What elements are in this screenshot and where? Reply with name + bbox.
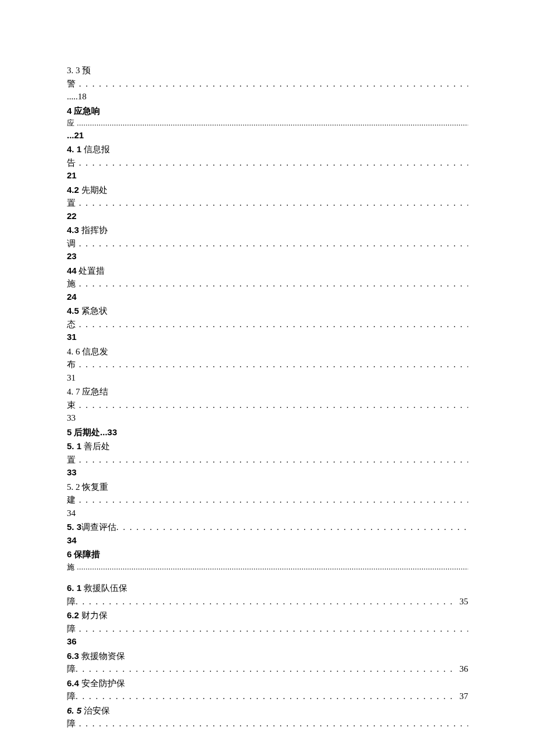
toc-entry-header: 6 保障措 — [67, 548, 468, 561]
toc-entry-header: 6. 5 治安保 — [67, 704, 468, 718]
toc-entry-header: 6.2 财力保 — [67, 609, 468, 622]
toc-title-tail: 应 — [67, 119, 75, 127]
toc-page-number: 35 — [457, 595, 468, 608]
toc-entry: 6. 5 治安保障 . . . . . . . . . . . . . . . … — [67, 704, 468, 730]
toc-page-number: 24 — [67, 291, 468, 304]
toc-title-tail: 施 — [67, 562, 75, 571]
toc-title-tail: 障 — [67, 719, 76, 728]
toc-title-tail: 建 — [67, 495, 76, 504]
toc-entry: 3. 3 预警 . . . . . . . . . . . . . . . . … — [67, 64, 468, 103]
toc-title: 财力保 — [81, 611, 108, 620]
toc-title: 调查评估 — [81, 521, 116, 534]
toc-page: 3. 3 预警 . . . . . . . . . . . . . . . . … — [0, 0, 535, 756]
toc-leader-line: 障 . . . . . . . . . . . . . . . . . . . … — [67, 690, 468, 703]
toc-title: 保障措 — [74, 549, 100, 559]
toc-leader-dots: . . . . . . . . . . . . . . . . . . . . … — [76, 455, 468, 464]
toc-leader-line: 置 . . . . . . . . . . . . . . . . . . . … — [67, 196, 468, 210]
toc-leader-dots: . . . . . . . . . . . . . . . . . . . . … — [76, 158, 468, 167]
toc-leader-line: 布 . . . . . . . . . . . . . . . . . . . … — [67, 358, 468, 371]
toc-entry: 5 后期处...33 — [67, 426, 468, 439]
toc-entry-header: 6.4 安全防护保 — [67, 677, 468, 690]
toc-title-tail: 障 — [67, 595, 76, 608]
toc-number: 6 — [67, 549, 72, 559]
toc-entry: 6 保障措施 .................................… — [67, 548, 468, 581]
toc-leader-dots: . . . . . . . . . . . . . . . . . . . . … — [76, 279, 468, 288]
toc-leader-line: 应 ......................................… — [67, 117, 468, 129]
toc-number: 4. 7 — [67, 387, 80, 396]
toc-entry: 6.2 财力保障 . . . . . . . . . . . . . . . .… — [67, 609, 468, 648]
toc-leader-dots: . . . . . . . . . . . . . . . . . . . . … — [76, 79, 468, 88]
toc-page-number: 22 — [67, 210, 468, 223]
toc-number: 4.3 — [67, 225, 79, 235]
toc-entry: 4. 6 信息发布 . . . . . . . . . . . . . . . … — [67, 345, 468, 385]
toc-title-tail: 告 — [67, 158, 76, 167]
toc-number: 5. 1 — [67, 441, 81, 451]
toc-leader-line: 置 . . . . . . . . . . . . . . . . . . . … — [67, 453, 468, 467]
toc-leader-dots: . . . . . . . . . . . . . . . . . . . . … — [76, 662, 457, 676]
toc-leader-dots: . . . . . . . . . . . . . . . . . . . . … — [76, 239, 468, 248]
toc-title-tail: 障 — [67, 624, 76, 633]
toc-title-tail: 调 — [67, 239, 76, 248]
toc-page-number: 31 — [67, 331, 468, 344]
toc-leader-line: 态 . . . . . . . . . . . . . . . . . . . … — [67, 318, 468, 331]
toc-page-number: 33 — [67, 411, 468, 425]
toc-page-number: 34 — [67, 534, 468, 547]
toc-entry-header: 6. 1 救援队伍保 — [67, 582, 468, 595]
toc-entry: 4. 7 应急结束 . . . . . . . . . . . . . . . … — [67, 385, 468, 425]
toc-leader-line: 障 . . . . . . . . . . . . . . . . . . . … — [67, 717, 468, 730]
toc-title: 预 — [82, 66, 91, 75]
toc-entry: 6. 1 救援队伍保障 . . . . . . . . . . . . . . … — [67, 582, 468, 608]
toc-leader-dots: . . . . . . . . . . . . . . . . . . . . … — [76, 690, 457, 703]
toc-leader-line: 警 . . . . . . . . . . . . . . . . . . . … — [67, 77, 468, 91]
toc-leader-line: 告 . . . . . . . . . . . . . . . . . . . … — [67, 156, 468, 170]
toc-entry: 5. 2 恢复重建 . . . . . . . . . . . . . . . … — [67, 481, 468, 520]
toc-entry-header: 3. 3 预 — [67, 64, 468, 77]
toc-page-number: 34 — [67, 507, 468, 520]
toc-leader-line: 障 . . . . . . . . . . . . . . . . . . . … — [67, 662, 468, 676]
toc-title: 恢复重 — [82, 482, 108, 492]
toc-number: 6. 1 — [67, 583, 81, 593]
toc-leader-dots: . . . . . . . . . . . . . . . . . . . . … — [76, 495, 468, 504]
toc-leader-line: 障 . . . . . . . . . . . . . . . . . . . … — [67, 595, 468, 608]
toc-page-number: 33 — [67, 466, 468, 479]
toc-page-number: 36 — [67, 635, 468, 648]
toc-number: 4 — [67, 106, 72, 116]
toc-leader-dots: . . . . . . . . . . . . . . . . . . . . … — [76, 198, 468, 207]
toc-leader-dots: ........................................… — [75, 562, 469, 571]
toc-entry-header: 4. 6 信息发 — [67, 345, 468, 359]
toc-leader-dots: . . . . . . . . . . . . . . . . . . . . … — [76, 719, 468, 728]
toc-number: 3. 3 — [67, 66, 80, 75]
toc-title: 安全防护保 — [81, 679, 125, 688]
toc-leader-line: 束 . . . . . . . . . . . . . . . . . . . … — [67, 399, 468, 412]
toc-entry: 4.5 紧急状态 . . . . . . . . . . . . . . . .… — [67, 304, 468, 344]
toc-leader-dots: . . . . . . . . . . . . . . . . . . . . … — [76, 320, 468, 329]
toc-entry-header: 5. 2 恢复重 — [67, 481, 468, 494]
toc-page-number: .....18 — [67, 90, 468, 103]
toc-title-tail: 态 — [67, 320, 76, 329]
toc-entry: 5. 1 善后处置 . . . . . . . . . . . . . . . … — [67, 440, 468, 479]
toc-leader-line: 障 . . . . . . . . . . . . . . . . . . . … — [67, 622, 468, 636]
toc-leader-line: 调 . . . . . . . . . . . . . . . . . . . … — [67, 237, 468, 250]
blank-spacer — [67, 572, 468, 581]
toc-entry-header: 4.3 指挥协 — [67, 224, 468, 237]
toc-entry-header: 4.5 紧急状 — [67, 304, 468, 318]
toc-entry-header: 5. 3 调查评估. . . . . . . . . . . . . . . .… — [67, 521, 468, 534]
toc-entry-header: 4 应急响 — [67, 105, 468, 118]
toc-number: 6.3 — [67, 651, 79, 661]
toc-leader-dots: . . . . . . . . . . . . . . . . . . . . … — [116, 521, 468, 534]
toc-number: 5. 2 — [67, 482, 80, 492]
toc-title: 处置措 — [79, 266, 105, 275]
toc-title: 指挥协 — [81, 225, 108, 235]
toc-entry-header: 4. 7 应急结 — [67, 385, 468, 399]
toc-number: 6. 5 — [67, 705, 81, 715]
toc-entry: 4.3 指挥协调 . . . . . . . . . . . . . . . .… — [67, 224, 468, 263]
toc-title-tail: 布 — [67, 360, 76, 369]
toc-title-tail: 束 — [67, 400, 76, 410]
toc-leader-line: 建 . . . . . . . . . . . . . . . . . . . … — [67, 493, 468, 507]
toc-page-number: 21 — [67, 169, 468, 182]
toc-title-tail: 置 — [67, 455, 76, 464]
toc-title: 紧急状 — [81, 306, 108, 316]
toc-leader-dots: . . . . . . . . . . . . . . . . . . . . … — [76, 624, 468, 633]
toc-entry-header: 44 处置措 — [67, 264, 468, 278]
toc-title-tail: 障 — [67, 690, 76, 703]
